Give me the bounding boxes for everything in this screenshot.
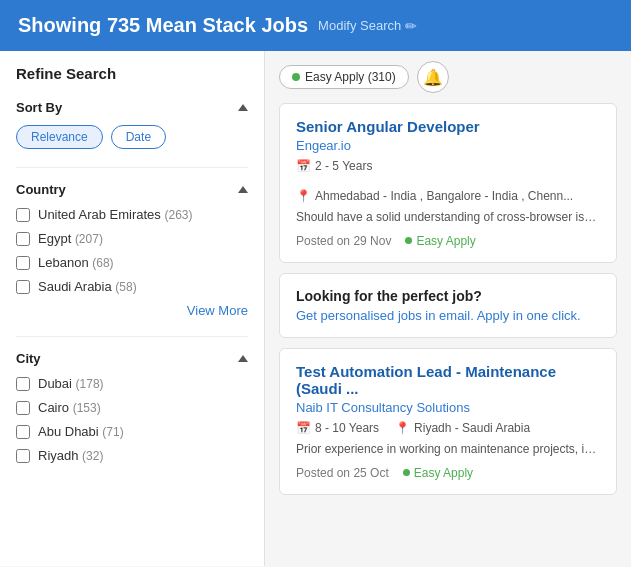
modify-search-label: Modify Search [318,18,401,33]
page-header: Showing 735 Mean Stack Jobs Modify Searc… [0,0,631,51]
modify-search-button[interactable]: Modify Search ✏ [318,18,417,34]
sort-date-button[interactable]: Date [111,125,166,149]
job-exp-text-2: 8 - 10 Years [315,421,379,435]
location-icon-2: 📍 [395,421,410,435]
country-item-saudi: Saudi Arabia (58) [16,279,248,294]
easy-apply-badge-2: Easy Apply [403,466,473,480]
notification-button[interactable]: 🔔 [417,61,449,93]
city-label: City [16,351,41,366]
job-loc-text-2: Riyadh - Saudi Arabia [414,421,530,435]
easy-apply-dot-2 [403,469,410,476]
job-title-1[interactable]: Senior Angular Developer [296,118,600,135]
country-checkbox-saudi[interactable] [16,280,30,294]
job-footer-2: Posted on 25 Oct Easy Apply [296,466,600,480]
job-footer-1: Posted on 29 Nov Easy Apply [296,234,600,248]
country-checkbox-lebanon[interactable] [16,256,30,270]
country-chevron-icon [238,186,248,193]
sort-by-header: Sort By [16,100,248,115]
easy-apply-filter-dot [292,73,300,81]
promo-title: Looking for the perfect job? [296,288,600,304]
easy-apply-filter-label: Easy Apply (310) [305,70,396,84]
job-location-2: 📍 Riyadh - Saudi Arabia [395,421,530,435]
city-name-cairo: Cairo (153) [38,400,101,415]
country-name-uae: United Arab Emirates (263) [38,207,192,222]
country-item-uae: United Arab Emirates (263) [16,207,248,222]
city-name-dubai: Dubai (178) [38,376,104,391]
sidebar: Refine Search Sort By Relevance Date Cou… [0,51,265,566]
country-item-lebanon: Lebanon (68) [16,255,248,270]
country-label: Country [16,182,66,197]
bell-icon: 🔔 [423,68,443,87]
refine-search-title: Refine Search [16,65,248,82]
job-exp-text-1: 2 - 5 Years [315,159,372,173]
divider-1 [16,167,248,168]
easy-apply-text-2: Easy Apply [414,466,473,480]
city-checkbox-cairo[interactable] [16,401,30,415]
city-name-riyadh: Riyadh (32) [38,448,103,463]
pencil-icon: ✏ [405,18,417,34]
job-card-2: Test Automation Lead - Maintenance (Saud… [279,348,617,495]
city-item-riyadh: Riyadh (32) [16,448,248,463]
country-header: Country [16,182,248,197]
easy-apply-badge-1: Easy Apply [405,234,475,248]
country-name-egypt: Egypt (207) [38,231,103,246]
job-experience-1: 📅 2 - 5 Years [296,159,372,173]
country-name-lebanon: Lebanon (68) [38,255,114,270]
city-item-dubai: Dubai (178) [16,376,248,391]
city-name-abudhabi: Abu Dhabi (71) [38,424,124,439]
country-checkbox-egypt[interactable] [16,232,30,246]
page-title: Showing 735 Mean Stack Jobs [18,14,308,37]
job-list: Easy Apply (310) 🔔 Senior Angular Develo… [265,51,631,566]
job-loc-text-1: Ahmedabad - India , Bangalore - India , … [315,189,573,203]
calendar-icon-1: 📅 [296,159,311,173]
country-section: Country United Arab Emirates (263) Egypt… [16,182,248,318]
country-view-more[interactable]: View More [16,303,248,318]
city-checkbox-abudhabi[interactable] [16,425,30,439]
sort-by-label: Sort By [16,100,62,115]
sort-by-section: Sort By Relevance Date [16,100,248,149]
job-title-2[interactable]: Test Automation Lead - Maintenance (Saud… [296,363,600,397]
sort-buttons: Relevance Date [16,125,248,149]
sort-by-chevron-icon [238,104,248,111]
job-posted-2: Posted on 25 Oct [296,466,389,480]
job-card-1: Senior Angular Developer Engear.io 📅 2 -… [279,103,617,263]
job-desc-2: Prior experience in working on maintenan… [296,441,600,458]
country-checkbox-uae[interactable] [16,208,30,222]
city-item-abudhabi: Abu Dhabi (71) [16,424,248,439]
city-checkbox-riyadh[interactable] [16,449,30,463]
location-icon-1: 📍 [296,189,311,203]
easy-apply-dot-1 [405,237,412,244]
job-location-1: 📍 Ahmedabad - India , Bangalore - India … [296,189,573,203]
city-chevron-icon [238,355,248,362]
city-section: City Dubai (178) Cairo (153) Abu Dhabi (… [16,351,248,463]
job-posted-1: Posted on 29 Nov [296,234,391,248]
job-company-2[interactable]: Naib IT Consultancy Solutions [296,400,600,415]
calendar-icon-2: 📅 [296,421,311,435]
easy-apply-filter[interactable]: Easy Apply (310) [279,65,409,89]
job-meta-2: 📅 8 - 10 Years 📍 Riyadh - Saudi Arabia [296,421,600,435]
city-item-cairo: Cairo (153) [16,400,248,415]
job-meta-1: 📅 2 - 5 Years 📍 Ahmedabad - India , Bang… [296,159,600,203]
job-company-1[interactable]: Engear.io [296,138,600,153]
sort-relevance-button[interactable]: Relevance [16,125,103,149]
easy-apply-text-1: Easy Apply [416,234,475,248]
job-experience-2: 📅 8 - 10 Years [296,421,379,435]
city-header: City [16,351,248,366]
city-checkbox-dubai[interactable] [16,377,30,391]
main-layout: Refine Search Sort By Relevance Date Cou… [0,51,631,566]
country-name-saudi: Saudi Arabia (58) [38,279,137,294]
promo-card: Looking for the perfect job? Get persona… [279,273,617,338]
divider-2 [16,336,248,337]
job-desc-1: Should have a solid understanding of cro… [296,209,600,226]
country-item-egypt: Egypt (207) [16,231,248,246]
promo-subtitle: Get personalised jobs in email. Apply in… [296,308,600,323]
filter-bar: Easy Apply (310) 🔔 [279,61,617,93]
